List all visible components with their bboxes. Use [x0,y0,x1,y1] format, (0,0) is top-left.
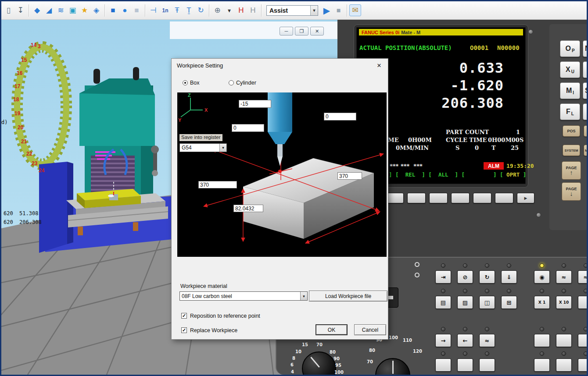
workpiece-icon[interactable]: ■ [131,4,143,16]
measure-icon[interactable]: ⊕ [212,4,223,16]
tool-gray-icon[interactable]: H [247,4,259,16]
radio-selected-icon[interactable] [183,80,188,85]
softkey-button[interactable] [495,193,513,203]
dialog-titlebar[interactable]: Workpiece Setting [172,59,388,72]
assist-combobox[interactable]: Assist ▾ [266,5,318,16]
coordinate-icon[interactable]: 1n [159,4,171,16]
mdi-key-n[interactable]: N [583,40,588,57]
tool-t-icon[interactable]: Ŧ [171,4,183,16]
panel-key[interactable]: ⊘ [457,270,473,284]
cancel-button[interactable]: Cancel [354,324,386,335]
chevron-down-icon[interactable]: ▾ [310,6,318,15]
material-combobox[interactable]: 08F Low carbon steel ▾ [179,291,308,301]
shape-box-radio[interactable]: Box [183,80,200,86]
mdi-key-m[interactable]: MI [560,82,580,99]
spindle-override-dial[interactable] [375,358,410,376]
y-zero-input[interactable] [232,124,264,132]
softkey-button[interactable] [407,193,426,203]
panel-key[interactable] [435,358,451,372]
panel-key[interactable] [578,358,588,372]
machine-icon[interactable]: ◆ [31,4,43,16]
system-key[interactable]: SYSTEM [563,145,580,156]
dialog-close-button[interactable]: ✕ [375,61,384,69]
z-offset-input[interactable] [239,100,271,108]
minimize-button[interactable]: ─ [280,27,293,35]
panel-key[interactable] [578,296,588,309]
mdi-key-x[interactable]: XU [560,61,580,78]
panel-key[interactable]: ◉ [534,270,550,284]
star-icon[interactable]: ★ [79,4,90,16]
panel-key[interactable]: ← [457,334,473,347]
radio-icon[interactable] [229,80,234,85]
replace-checkbox[interactable]: ✓ [181,327,187,333]
mdi-key-partial[interactable] [583,61,588,78]
images-icon[interactable]: ▣ [67,4,79,16]
softkey-next-button[interactable]: ► [517,193,534,203]
close-window-button[interactable]: ✕ [310,27,324,35]
clock: 19:35:20 [506,163,534,169]
run-icon[interactable]: ▶ [321,4,333,16]
ok-button[interactable]: OK [316,324,348,335]
panel-key[interactable]: ◫ [479,296,495,309]
length-input[interactable] [337,172,362,180]
panel-key[interactable]: ≈ [556,270,572,284]
panel-key[interactable]: ≈ [578,270,588,284]
sphere-icon[interactable]: ● [119,4,131,16]
panel-key[interactable]: ⇓ [501,270,517,284]
panel-key[interactable]: ⇥ [435,270,451,284]
faucet-icon[interactable]: ◈ [90,4,102,16]
softkey-button[interactable] [429,193,448,203]
cube-icon[interactable]: ■ [107,4,119,16]
mail-icon[interactable]: ✉ [349,4,361,16]
height-input[interactable] [233,205,263,212]
measure-dropdown-caret[interactable]: ▾ [223,4,235,16]
fixture-icon[interactable]: ⊣ [147,4,159,16]
load-workpiece-button[interactable]: Load Workpiece file [309,291,387,302]
panel-key[interactable] [578,334,588,347]
panel-key[interactable] [556,334,572,347]
mdi-key-f[interactable]: FL [560,103,580,120]
panel-key[interactable]: ↻ [479,270,495,284]
antenna-icon[interactable]: ≋ [55,4,67,16]
tool-l-icon[interactable]: Ṯ [183,4,195,16]
pos-key[interactable]: POS [563,125,580,137]
page-up-key[interactable]: PAGE↑ [562,161,581,180]
new-doc-icon[interactable]: ▯ [3,4,14,16]
panel-key-x10[interactable]: X 10 [556,296,572,309]
panel-key[interactable] [479,358,495,372]
stop-icon[interactable]: ■ [333,4,344,16]
softkey-button[interactable] [473,193,491,203]
panel-key[interactable] [534,334,550,347]
restore-button[interactable]: ❐ [295,27,308,35]
feed-override-dial[interactable] [302,351,336,376]
panel-key[interactable] [457,358,473,372]
softkey-button[interactable] [451,193,470,203]
x-zero-input[interactable] [324,113,356,121]
alarm-badge: ALM [484,162,504,170]
tool-red-icon[interactable]: H [235,4,247,16]
panel-key[interactable]: → [435,334,451,347]
page-down-key[interactable]: PAGE↓ [562,182,581,201]
panel-key-x1[interactable]: X 1 [534,296,550,309]
panel-key[interactable]: ≈ [479,334,495,347]
register-combobox[interactable]: G54 ▾ [179,143,227,152]
reposition-checkbox[interactable]: ✓ [181,313,187,319]
panel-key[interactable]: ▨ [457,296,473,309]
shape-cylinder-radio[interactable]: Cylinder [229,80,256,86]
import-icon[interactable]: ↧ [14,4,26,16]
chevron-down-icon[interactable]: ▾ [300,292,307,300]
panel-key[interactable]: ▤ [435,296,451,309]
dial-mark: 80 [369,348,375,353]
function-key-partial[interactable] [584,125,588,137]
panel-key[interactable]: ⊞ [501,296,517,309]
mdi-key-s[interactable]: S [583,82,588,99]
width-input[interactable] [198,181,237,188]
panel-key[interactable] [534,358,550,372]
chevron-down-icon[interactable]: ▾ [219,144,226,152]
panel-key[interactable] [556,358,572,372]
mdi-key-partial[interactable] [583,103,588,120]
message-key-partial[interactable]: ME [584,145,588,156]
mdi-key-o[interactable]: OP [560,40,580,57]
pen-icon[interactable]: ◢ [43,4,55,16]
rotate-icon[interactable]: ↻ [195,4,207,16]
